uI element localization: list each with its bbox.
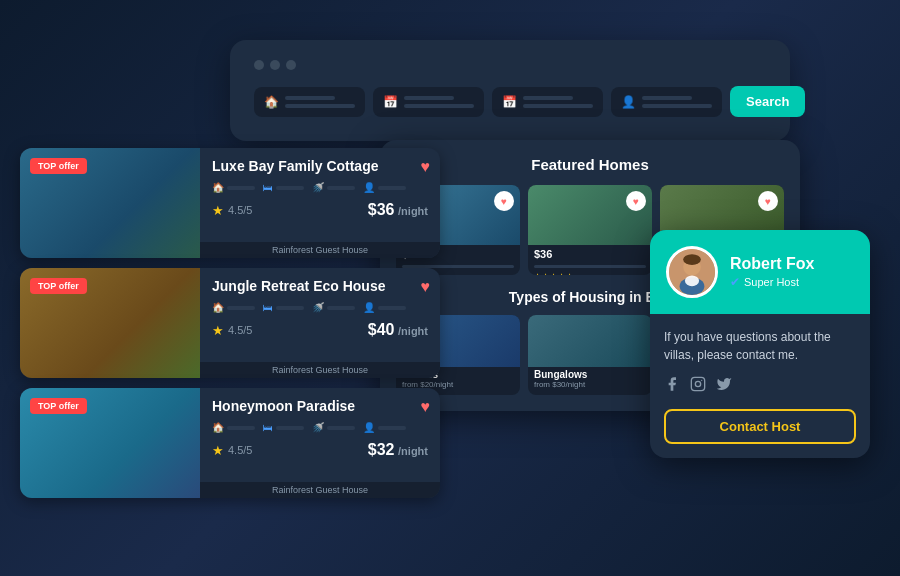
eco-info: ♥ Jungle Retreat Eco House 🏠 🛏 🚿 👤 xyxy=(200,268,440,378)
eco-meta-guests: 👤 xyxy=(363,302,406,313)
listing-card-eco[interactable]: TOP offer ♥ Jungle Retreat Eco House 🏠 🛏… xyxy=(20,268,440,378)
svg-point-6 xyxy=(695,381,700,386)
eco-home-icon: 🏠 xyxy=(212,302,224,313)
paradise-meta-bed: 🛏 xyxy=(263,422,304,433)
eco-meta: 🏠 🛏 🚿 👤 xyxy=(212,302,428,313)
paradise-badge: TOP offer xyxy=(30,398,87,414)
instagram-icon[interactable] xyxy=(690,376,706,395)
housing-type-field[interactable]: 🏠 xyxy=(254,87,365,117)
cottage-price-night: /night xyxy=(398,205,428,217)
paradise-title: Honeymoon Paradise xyxy=(212,398,428,414)
paradise-home-icon: 🏠 xyxy=(212,422,224,433)
eco-meta-bed: 🛏 xyxy=(263,302,304,313)
meta-line-1 xyxy=(227,186,255,190)
host-avatar xyxy=(666,246,718,298)
field-lines xyxy=(285,96,355,108)
cottage-price-amount: $36 xyxy=(368,201,395,218)
field-line-label-3 xyxy=(523,96,573,100)
cottage-badge: TOP offer xyxy=(30,158,87,174)
checkout-field[interactable]: 📅 xyxy=(492,87,603,117)
paradise-meta-line-1 xyxy=(227,426,255,430)
eco-meta-line-2 xyxy=(276,306,304,310)
paradise-star: ★ xyxy=(212,443,224,458)
eco-heart[interactable]: ♥ xyxy=(421,278,431,296)
host-badge-text: Super Host xyxy=(744,276,799,288)
featured-heart-3[interactable]: ♥ xyxy=(758,191,778,211)
cottage-footer: ★ 4.5/5 $36 /night xyxy=(212,201,428,219)
twitter-icon[interactable] xyxy=(716,376,732,395)
housing-type-bungalows[interactable]: Bungalows from $30/night xyxy=(528,315,652,395)
eco-meta-line-3 xyxy=(327,306,355,310)
eco-title: Jungle Retreat Eco House xyxy=(212,278,428,294)
bungalows-img xyxy=(528,315,652,367)
bungalows-label: Bungalows xyxy=(528,367,652,380)
host-card-header: Robert Fox ✔ Super Host xyxy=(650,230,870,314)
paradise-price-amount: $32 xyxy=(368,441,395,458)
featured-stars-2: ★★★★★ xyxy=(528,270,652,275)
dot-1 xyxy=(254,60,264,70)
cottage-info: ♥ Luxe Bay Family Cottage 🏠 🛏 🚿 👤 xyxy=(200,148,440,258)
eco-price: $40 /night xyxy=(368,321,428,339)
paradise-meta-line-2 xyxy=(276,426,304,430)
bungalows-sublabel: from $30/night xyxy=(528,380,652,389)
featured-heart-2[interactable]: ♥ xyxy=(626,191,646,211)
cottage-title: Luxe Bay Family Cottage xyxy=(212,158,428,174)
guests-field[interactable]: 👤 xyxy=(611,87,722,117)
cottage-price: $36 /night xyxy=(368,201,428,219)
cottage-rating: ★ 4.5/5 xyxy=(212,203,252,218)
guests-meta-icon: 👤 xyxy=(363,182,375,193)
eco-bed-icon: 🛏 xyxy=(263,302,273,313)
host-name-group: Robert Fox ✔ Super Host xyxy=(730,255,814,289)
featured-card-2[interactable]: ♥ $36 ★★★★★ xyxy=(528,185,652,275)
checkin-icon: 📅 xyxy=(383,95,398,109)
eco-bath-icon: 🚿 xyxy=(312,302,324,313)
listing-cards: TOP offer ♥ Luxe Bay Family Cottage 🏠 🛏 … xyxy=(20,148,440,498)
eco-meta-line-1 xyxy=(227,306,255,310)
dot-2 xyxy=(270,60,280,70)
paradise-rating: ★ 4.5/5 xyxy=(212,443,252,458)
search-fields: 🏠 📅 📅 👤 Sea xyxy=(254,86,766,117)
paradise-heart[interactable]: ♥ xyxy=(421,398,431,416)
eco-footer: ★ 4.5/5 $40 /night xyxy=(212,321,428,339)
eco-rating: ★ 4.5/5 xyxy=(212,323,252,338)
field-line-label-4 xyxy=(642,96,692,100)
paradise-meta-line-3 xyxy=(327,426,355,430)
contact-host-button[interactable]: Contact Host xyxy=(664,409,856,444)
featured-title: Featured Homes xyxy=(396,156,784,173)
cottage-meta: 🏠 🛏 🚿 👤 xyxy=(212,182,428,193)
featured-heart-1[interactable]: ♥ xyxy=(494,191,514,211)
host-card-body: If you have questions about the villas, … xyxy=(650,314,870,458)
meta-line-3 xyxy=(327,186,355,190)
host-socials xyxy=(664,376,856,395)
field-line-value-3 xyxy=(523,104,593,108)
paradise-guests-icon: 👤 xyxy=(363,422,375,433)
field-line-label xyxy=(285,96,335,100)
eco-meta-bath: 🚿 xyxy=(312,302,355,313)
listing-card-paradise[interactable]: TOP offer ♥ Honeymoon Paradise 🏠 🛏 🚿 xyxy=(20,388,440,498)
paradise-rating-text: 4.5/5 xyxy=(228,444,252,456)
facebook-icon[interactable] xyxy=(664,376,680,395)
paradise-meta-guests: 👤 xyxy=(363,422,406,433)
guests-icon: 👤 xyxy=(621,95,636,109)
listing-card-cottage[interactable]: TOP offer ♥ Luxe Bay Family Cottage 🏠 🛏 … xyxy=(20,148,440,258)
home-icon: 🏠 xyxy=(264,95,279,109)
checkin-field[interactable]: 📅 xyxy=(373,87,484,117)
cottage-heart[interactable]: ♥ xyxy=(421,158,431,176)
eco-type: Rainforest Guest House xyxy=(200,362,440,378)
paradise-meta: 🏠 🛏 🚿 👤 xyxy=(212,422,428,433)
field-line-value xyxy=(285,104,355,108)
meta-home: 🏠 xyxy=(212,182,255,193)
paradise-price-night: /night xyxy=(398,445,428,457)
svg-point-4 xyxy=(685,276,699,287)
paradise-bed-icon: 🛏 xyxy=(263,422,273,433)
cottage-type: Rainforest Guest House xyxy=(200,242,440,258)
host-name: Robert Fox xyxy=(730,255,814,273)
meta-line-4 xyxy=(378,186,406,190)
field-lines-4 xyxy=(642,96,712,108)
field-line-value-2 xyxy=(404,104,474,108)
field-line-label-2 xyxy=(404,96,454,100)
paradise-type: Rainforest Guest House xyxy=(200,482,440,498)
paradise-info: ♥ Honeymoon Paradise 🏠 🛏 🚿 👤 xyxy=(200,388,440,498)
search-button[interactable]: Search xyxy=(730,86,805,117)
bath-icon: 🚿 xyxy=(312,182,324,193)
